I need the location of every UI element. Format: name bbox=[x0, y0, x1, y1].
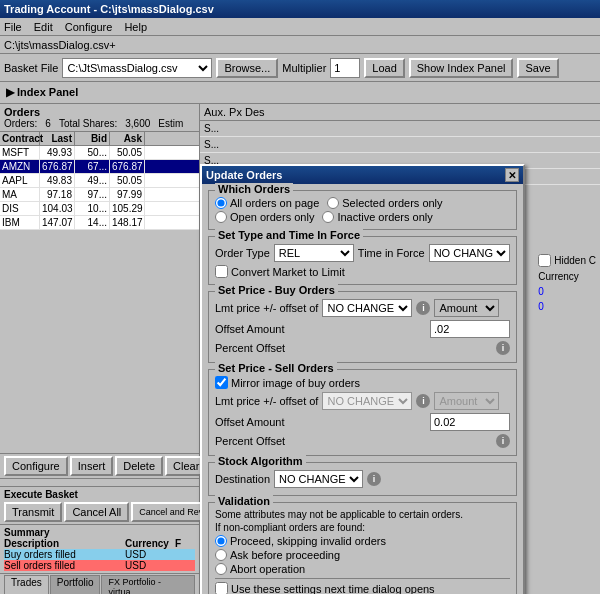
insert-button[interactable]: Insert bbox=[70, 456, 114, 476]
cell-last: 97.18 bbox=[40, 188, 75, 201]
use-settings-checkbox[interactable] bbox=[215, 582, 228, 594]
cell-last: 49.83 bbox=[40, 174, 75, 187]
col-ask: Ask bbox=[110, 132, 145, 145]
table-row[interactable]: AAPL 49.83 49... 50.05 bbox=[0, 174, 199, 188]
proceed-radio[interactable] bbox=[215, 535, 227, 547]
main-window: Trading Account - C:\jts\massDialog.csv … bbox=[0, 0, 600, 594]
destination-select[interactable]: NO CHANGE bbox=[274, 470, 363, 488]
convert-market-checkbox[interactable] bbox=[215, 265, 228, 278]
hidden-c-checkbox[interactable] bbox=[538, 254, 551, 267]
sell-lmt-select[interactable]: NO CHANGE bbox=[322, 392, 412, 410]
estim-label: Estim bbox=[158, 118, 183, 129]
order-type-label: Order Type bbox=[215, 247, 270, 259]
menu-configure[interactable]: Configure bbox=[65, 21, 113, 33]
ask-label: Ask before proceeding bbox=[230, 549, 340, 561]
cell-contract: MA bbox=[0, 188, 40, 201]
sell-offset-label: Offset Amount bbox=[215, 416, 285, 428]
tab-portfolio[interactable]: Portfolio bbox=[50, 575, 101, 594]
open-orders-radio[interactable] bbox=[215, 211, 227, 223]
abort-radio[interactable] bbox=[215, 563, 227, 575]
time-in-force-select[interactable]: NO CHANGEDAYGTC bbox=[429, 244, 510, 262]
selected-orders-radio[interactable] bbox=[327, 197, 339, 209]
use-settings-row: Use these settings next time dialog open… bbox=[215, 582, 510, 594]
menu-help[interactable]: Help bbox=[124, 21, 147, 33]
validation-label: Validation bbox=[215, 495, 273, 507]
table-row[interactable]: DIS 104.03 10... 105.29 bbox=[0, 202, 199, 216]
order-type-select[interactable]: RELLMTMKT bbox=[274, 244, 354, 262]
save-button[interactable]: Save bbox=[517, 58, 558, 78]
buy-amount-select[interactable]: Amount bbox=[434, 299, 499, 317]
table-row[interactable]: IBM 147.07 14... 148.17 bbox=[0, 216, 199, 230]
sh-f: F bbox=[175, 538, 195, 549]
tab-fx-portfolio[interactable]: FX Portfolio - virtua... bbox=[101, 575, 195, 594]
table-row[interactable]: AMZN 676.87 67... 676.87 bbox=[0, 160, 199, 174]
execute-title: Execute Basket bbox=[4, 489, 195, 500]
buy-percent-row: Percent Offset i bbox=[215, 341, 510, 355]
buy-offset-row: Offset Amount bbox=[215, 320, 510, 338]
set-price-buy-label: Set Price - Buy Orders bbox=[215, 284, 338, 296]
buy-offset-input[interactable] bbox=[430, 320, 510, 338]
table-row[interactable]: MSFT 49.93 50... 50.05 bbox=[0, 146, 199, 160]
load-button[interactable]: Load bbox=[364, 58, 404, 78]
toolbar: Basket File C:\JtS\massDialog.csv Browse… bbox=[0, 54, 600, 82]
transmit-button[interactable]: Transmit bbox=[4, 502, 62, 522]
cancel-all-button[interactable]: Cancel All bbox=[64, 502, 129, 522]
which-orders-row2: Open orders only Inactive orders only bbox=[215, 211, 510, 223]
ask-radio[interactable] bbox=[215, 549, 227, 561]
file-path-text: C:\jts\massDialog.csv+ bbox=[4, 39, 116, 51]
cell-contract: DIS bbox=[0, 202, 40, 215]
browse-button[interactable]: Browse... bbox=[216, 58, 278, 78]
inactive-orders-radio[interactable] bbox=[322, 211, 334, 223]
abort-label: Abort operation bbox=[230, 563, 305, 575]
buy-lmt-select[interactable]: NO CHANGE+- bbox=[322, 299, 412, 317]
sell-percent-label: Percent Offset bbox=[215, 435, 285, 447]
sell-amount-select[interactable]: Amount bbox=[434, 392, 499, 410]
col-last: Last bbox=[40, 132, 75, 145]
orders-table: MSFT 49.93 50... 50.05 AMZN 676.87 67...… bbox=[0, 146, 199, 300]
selected-orders-option: Selected orders only bbox=[327, 197, 442, 209]
cell-ask: 676.87 bbox=[110, 160, 145, 173]
dialog-title-bar: Update Orders ✕ bbox=[202, 166, 523, 184]
multiplier-label: Multiplier bbox=[282, 62, 326, 74]
left-panel: Orders Orders: 6 Total Shares: 3,600 Est… bbox=[0, 104, 200, 594]
right-row-1: S... bbox=[200, 121, 600, 137]
content-area: Orders Orders: 6 Total Shares: 3,600 Est… bbox=[0, 104, 600, 594]
sell-lmt-label: Lmt price +/- offset of bbox=[215, 395, 318, 407]
currency-right-label: Currency bbox=[538, 271, 596, 282]
multiplier-input[interactable] bbox=[330, 58, 360, 78]
cell-ask: 148.17 bbox=[110, 216, 145, 229]
cell-ask: 50.05 bbox=[110, 174, 145, 187]
progress-bar-area bbox=[0, 478, 199, 486]
all-orders-radio[interactable] bbox=[215, 197, 227, 209]
selected-orders-label: Selected orders only bbox=[342, 197, 442, 209]
inactive-orders-option: Inactive orders only bbox=[322, 211, 432, 223]
tabs-bar: Trades Portfolio FX Portfolio - virtua..… bbox=[0, 573, 199, 594]
show-index-button[interactable]: Show Index Panel bbox=[409, 58, 514, 78]
cell-contract: AAPL bbox=[0, 174, 40, 187]
cell-ask: 50.05 bbox=[110, 146, 145, 159]
basket-file-select[interactable]: C:\JtS\massDialog.csv bbox=[62, 58, 212, 78]
total-shares: 3,600 bbox=[125, 118, 150, 129]
sh-currency: Currency bbox=[125, 538, 175, 549]
menu-file[interactable]: File bbox=[4, 21, 22, 33]
configure-buttons: Configure Insert Delete Clear bbox=[0, 453, 199, 478]
col-contract: Contract bbox=[0, 132, 40, 145]
cell-contract: MSFT bbox=[0, 146, 40, 159]
mirror-checkbox[interactable] bbox=[215, 376, 228, 389]
validation-text2: If non-compliant orders are found: bbox=[215, 522, 510, 533]
table-row[interactable]: MA 97.18 97... 97.99 bbox=[0, 188, 199, 202]
orders-table-header: Contract Last Bid Ask bbox=[0, 132, 199, 146]
open-orders-option: Open orders only bbox=[215, 211, 314, 223]
delete-button[interactable]: Delete bbox=[115, 456, 163, 476]
tab-trades[interactable]: Trades bbox=[4, 575, 49, 594]
buy-f bbox=[175, 549, 195, 560]
hidden-c-label: Hidden C bbox=[554, 255, 596, 266]
dialog-body: Which Orders All orders on page Selected… bbox=[202, 184, 523, 594]
orders-stats: Orders: 6 Total Shares: 3,600 Estim bbox=[4, 118, 195, 129]
configure-button[interactable]: Configure bbox=[4, 456, 68, 476]
menu-edit[interactable]: Edit bbox=[34, 21, 53, 33]
dialog-title: Update Orders bbox=[206, 169, 282, 181]
title-text: Trading Account - C:\jts\massDialog.csv bbox=[4, 3, 214, 15]
dialog-close-button[interactable]: ✕ bbox=[505, 168, 519, 182]
sell-offset-input[interactable] bbox=[430, 413, 510, 431]
